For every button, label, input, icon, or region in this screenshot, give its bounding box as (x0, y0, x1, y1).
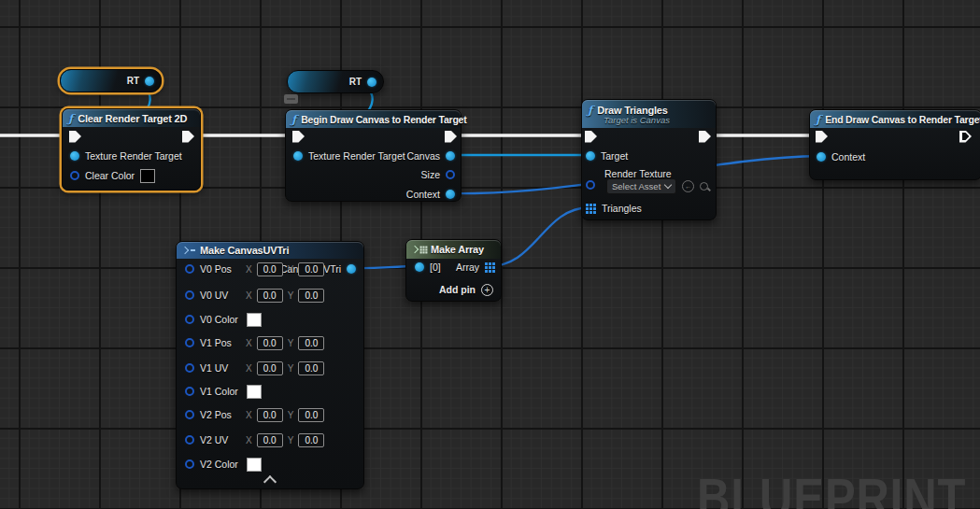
select-asset-dropdown[interactable]: Select Asset (606, 178, 676, 194)
pin-label: [0] (430, 262, 441, 273)
add-pin-row: Add pin + (439, 281, 493, 298)
node-make-canvasuvtri[interactable]: Make CanvasUVTri Canvas UVTri V0 Pos X Y… (176, 241, 364, 489)
exec-row (292, 128, 305, 145)
pin-row-texture-render-target: Texture Render Target (293, 148, 405, 164)
v1-color-swatch[interactable] (247, 385, 262, 399)
node-end-draw-canvas[interactable]: ƒ End Draw Canvas to Render Target Conte… (809, 109, 980, 180)
exec-row-out (699, 128, 711, 145)
node-begin-draw-canvas[interactable]: ƒ Begin Draw Canvas to Render Target Tex… (285, 109, 462, 202)
pin-row-clear-color: Clear Color (70, 167, 155, 184)
axis-y-label: Y (288, 290, 294, 301)
triangles-array-pin[interactable] (586, 204, 596, 214)
render-texture-pin[interactable] (586, 180, 595, 190)
v0-color-swatch[interactable] (247, 313, 262, 327)
node-header[interactable]: ƒ End Draw Canvas to Render Target (810, 110, 980, 128)
browse-asset-icon[interactable] (700, 182, 708, 191)
v2-uv-y-input[interactable] (298, 433, 324, 447)
v1-color-pin[interactable] (185, 387, 194, 396)
node-header[interactable]: ƒ Draw Triangles Target is Canvas (582, 100, 716, 128)
pin-row-canvas: Canvas (406, 148, 455, 164)
node-rt-variable-2[interactable]: RT (287, 70, 384, 93)
pin-label: Target (601, 150, 628, 162)
context-output-pin[interactable] (446, 190, 455, 199)
v1-uv-pin[interactable] (185, 363, 194, 373)
axis-x-label: X (246, 363, 252, 374)
v0-uv-x-input[interactable] (257, 289, 283, 303)
pin-label: V2 Pos (200, 409, 241, 420)
exec-out-pin[interactable] (445, 131, 457, 143)
node-header[interactable]: ƒ Begin Draw Canvas to Render Target (286, 110, 461, 128)
collapse-chevron-icon[interactable] (263, 475, 277, 488)
rt2-output-pin[interactable] (367, 78, 376, 87)
clear-color-swatch[interactable] (140, 169, 155, 183)
pin-label: V0 Pos (200, 263, 241, 275)
v1-uv-y-input[interactable] (298, 361, 324, 375)
v2-pos-x-input[interactable] (257, 408, 283, 422)
pin-row-v2-pos: V2 Pos X Y (185, 406, 324, 423)
node-clear-render-target-2d[interactable]: ƒ Clear Render Target 2D Texture Render … (62, 108, 201, 191)
v1-pos-y-input[interactable] (298, 336, 324, 350)
variable-label: RT (127, 76, 139, 86)
target-input-pin[interactable] (586, 151, 595, 161)
v0-uv-y-input[interactable] (298, 289, 324, 303)
v2-pos-y-input[interactable] (298, 408, 324, 422)
canvas-output-pin[interactable] (446, 151, 455, 161)
v1-uv-x-input[interactable] (257, 361, 283, 375)
v2-uv-x-input[interactable] (257, 433, 283, 447)
comment-bubble-icon[interactable] (284, 94, 298, 104)
exec-in-pin[interactable] (585, 131, 597, 143)
render-texture-pin-row (586, 177, 595, 193)
function-icon: ƒ (68, 112, 73, 125)
v0-pos-pin[interactable] (185, 264, 194, 274)
pin-row-v1-uv: V1 UV X Y (185, 360, 324, 376)
pin-row-v2-color: V2 Color (185, 456, 262, 473)
rt1-output-pin[interactable] (145, 77, 154, 86)
element-0-input-pin[interactable] (415, 262, 424, 272)
v2-color-swatch[interactable] (247, 458, 262, 472)
exec-in-pin[interactable] (69, 131, 81, 143)
exec-out-pin[interactable] (699, 131, 711, 143)
v2-pos-pin[interactable] (185, 410, 194, 419)
v0-pos-x-input[interactable] (257, 262, 283, 276)
node-title: Make CanvasUVTri (200, 245, 289, 256)
v2-color-pin[interactable] (185, 460, 194, 469)
pin-row-target: Target (586, 148, 628, 164)
exec-in-pin[interactable] (292, 131, 305, 143)
context-input-pin[interactable] (817, 152, 826, 162)
texture-render-target-pin[interactable] (293, 151, 303, 161)
clear-color-pin[interactable] (70, 171, 79, 180)
node-header[interactable]: Make CanvasUVTri (177, 242, 363, 259)
axis-y-label: Y (288, 435, 294, 445)
node-make-array[interactable]: Make Array [0] Array Add pin + (405, 239, 502, 302)
array-output-pin[interactable] (485, 262, 495, 273)
add-pin-plus-icon[interactable]: + (481, 284, 493, 296)
node-header[interactable]: ƒ Clear Render Target 2D (63, 109, 200, 127)
v1-pos-pin[interactable] (185, 338, 194, 347)
exec-out-pin[interactable] (182, 131, 194, 143)
v1-pos-x-input[interactable] (257, 336, 283, 350)
pin-label: V2 UV (200, 434, 241, 445)
size-output-pin[interactable] (446, 170, 455, 179)
texture-render-target-pin[interactable] (70, 151, 79, 161)
node-header[interactable]: Make Array (406, 240, 501, 259)
canvas-uvtri-output-pin[interactable] (347, 264, 356, 274)
axis-y-label: Y (288, 264, 294, 275)
pin-row-v0-pos: V0 Pos X Y (185, 261, 324, 277)
pin-row-v1-color: V1 Color (185, 383, 262, 400)
axis-x-label: X (246, 410, 252, 420)
exec-in-pin[interactable] (816, 131, 828, 143)
variable-label: RT (349, 77, 362, 87)
node-rt-variable-1[interactable]: RT (60, 69, 162, 92)
blueprint-graph-canvas[interactable]: { "watermark": "BLUEPRINT", "colors": { … (0, 0, 980, 509)
exec-row-out (445, 128, 457, 145)
v0-uv-pin[interactable] (185, 290, 194, 300)
pin-label: Clear Color (85, 170, 135, 181)
exec-row (69, 128, 81, 145)
v0-color-pin[interactable] (185, 315, 194, 324)
node-draw-triangles[interactable]: ƒ Draw Triangles Target is Canvas Target… (581, 99, 717, 220)
v0-pos-y-input[interactable] (298, 262, 324, 276)
use-selected-icon[interactable]: ← (682, 180, 694, 192)
pin-label: V2 Color (200, 459, 241, 470)
exec-out-pin[interactable] (959, 131, 972, 143)
v2-uv-pin[interactable] (185, 435, 194, 445)
